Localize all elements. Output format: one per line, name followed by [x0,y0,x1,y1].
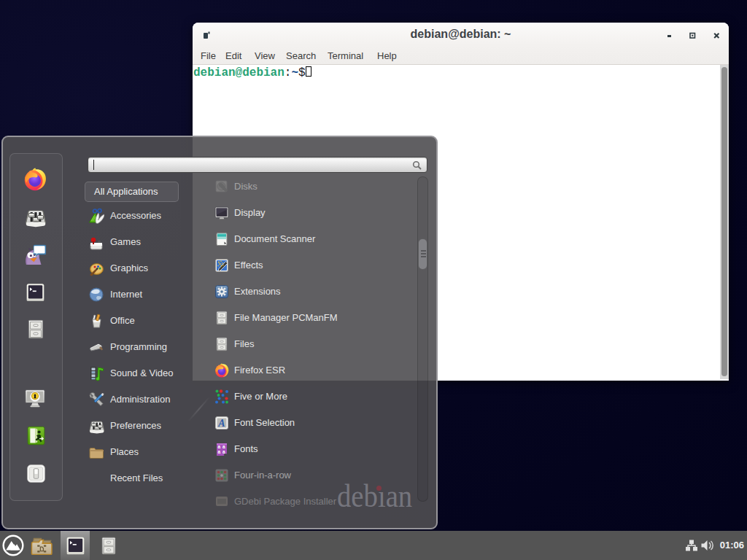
svg-text:a: a [222,444,225,449]
svg-text:a: a [222,449,225,454]
svg-text:a: a [218,444,221,449]
svg-text:a: a [218,449,221,454]
svg-text:A: A [217,418,225,429]
